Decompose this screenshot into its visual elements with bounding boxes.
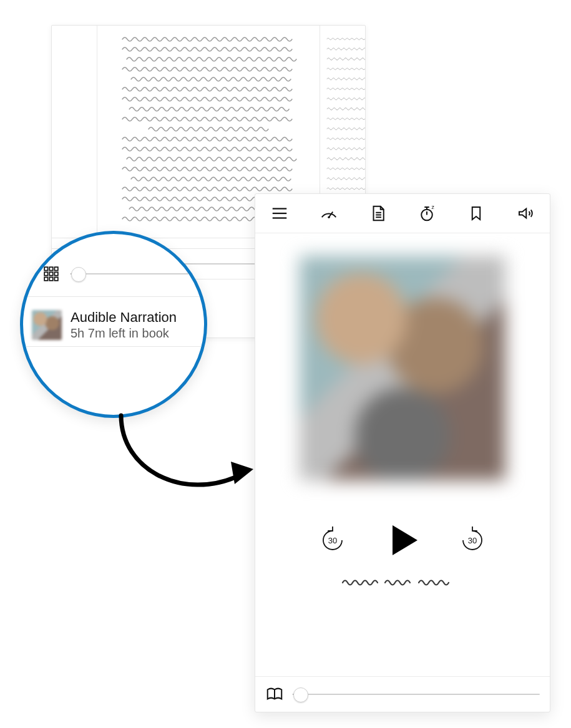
text-placeholder [109, 56, 308, 62]
callout-title: Audible Narration [71, 309, 177, 326]
text-placeholder [326, 155, 366, 162]
book-icon[interactable] [265, 685, 284, 704]
text-placeholder [109, 105, 308, 112]
slider-thumb[interactable] [71, 267, 86, 282]
volume-icon[interactable] [511, 199, 540, 228]
text-placeholder [326, 95, 366, 102]
player-progress-slider[interactable] [293, 694, 540, 695]
callout-slider-row [23, 256, 204, 291]
speed-icon[interactable] [315, 199, 343, 228]
text-placeholder [326, 165, 366, 172]
text-placeholder [109, 36, 308, 42]
text-placeholder [326, 185, 366, 192]
text-placeholder [326, 75, 366, 82]
svg-rect-15 [44, 277, 47, 280]
chapters-icon[interactable] [364, 199, 393, 228]
text-placeholder [109, 175, 308, 182]
player-panel: z 30 [255, 193, 550, 712]
chapter-title-squiggle [340, 575, 465, 586]
slider-thumb[interactable] [293, 687, 308, 702]
text-placeholder [326, 56, 366, 62]
svg-rect-12 [44, 272, 47, 275]
text-placeholder [326, 135, 366, 142]
text-placeholder [109, 185, 308, 192]
svg-rect-10 [49, 267, 52, 270]
sleep-timer-icon[interactable]: z [412, 199, 441, 228]
text-placeholder [109, 46, 308, 52]
svg-rect-17 [54, 277, 57, 280]
divider [23, 296, 204, 297]
player-toolbar: z [255, 194, 550, 233]
grid-icon[interactable] [43, 266, 59, 282]
arrow-icon [109, 408, 258, 508]
book-cover-thumb [32, 310, 62, 340]
text-placeholder [109, 95, 308, 102]
book-cover [300, 256, 505, 480]
text-placeholder [109, 66, 308, 72]
svg-rect-11 [54, 267, 57, 270]
player-body: 30 30 [255, 233, 550, 676]
svg-text:z: z [432, 204, 435, 210]
text-placeholder [326, 85, 366, 92]
text-placeholder [109, 125, 308, 132]
text-placeholder [109, 145, 308, 152]
bookmark-icon[interactable] [462, 199, 490, 228]
menu-icon[interactable] [265, 199, 294, 228]
text-placeholder [326, 36, 366, 42]
svg-point-23 [328, 216, 330, 219]
svg-rect-9 [44, 267, 47, 270]
text-placeholder [109, 155, 308, 162]
skip-forward-button[interactable]: 30 [459, 527, 486, 554]
skip-fwd-label: 30 [468, 536, 477, 545]
text-placeholder [326, 175, 366, 182]
text-placeholder [109, 165, 308, 172]
text-placeholder [109, 85, 308, 92]
svg-rect-14 [54, 272, 57, 275]
callout-subtitle: 5h 7m left in book [71, 326, 177, 341]
reader-col-left [52, 26, 97, 238]
skip-back-label: 30 [328, 536, 337, 545]
playback-controls: 30 30 [319, 524, 486, 556]
callout-circle: Audible Narration 5h 7m left in book [20, 231, 207, 418]
text-placeholder [326, 145, 366, 152]
stage: Audible Narration 5h 7m left in book [0, 0, 571, 728]
text-placeholder [326, 115, 366, 122]
play-icon [393, 525, 417, 555]
text-placeholder [326, 125, 366, 132]
text-placeholder [326, 46, 366, 52]
svg-marker-18 [231, 462, 253, 484]
audible-narration-row[interactable]: Audible Narration 5h 7m left in book [23, 304, 204, 347]
skip-back-button[interactable]: 30 [319, 527, 346, 554]
text-placeholder [326, 105, 366, 112]
text-placeholder [109, 115, 308, 122]
play-button[interactable] [386, 524, 419, 556]
callout-text: Audible Narration 5h 7m left in book [71, 309, 177, 342]
text-placeholder [326, 66, 366, 72]
reader-progress-slider[interactable] [71, 273, 193, 274]
player-footer [255, 676, 550, 712]
text-placeholder [109, 135, 308, 142]
text-placeholder [109, 75, 308, 82]
svg-rect-16 [49, 277, 52, 280]
svg-rect-13 [49, 272, 52, 275]
